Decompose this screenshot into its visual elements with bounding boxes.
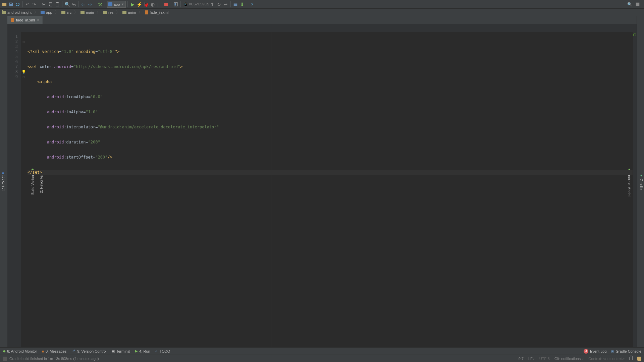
crumb-module[interactable]: app〉	[41, 10, 58, 15]
tool-messages[interactable]: ■0: Messages	[42, 349, 66, 353]
save-icon[interactable]	[8, 1, 14, 7]
layout-inspector-icon[interactable]	[173, 1, 179, 7]
search-icon[interactable]: 🔍	[627, 1, 633, 7]
intention-bulb-icon[interactable]: 💡	[21, 69, 26, 74]
tool-project[interactable]: 1: Project	[0, 171, 6, 192]
status-bar: Gradle build finished in 1m 13s 808ms (4…	[0, 355, 644, 362]
error-stripe[interactable]	[633, 32, 637, 347]
build-icon[interactable]: ⚒	[97, 1, 103, 7]
settings-icon[interactable]	[635, 1, 641, 7]
svg-rect-9	[234, 3, 237, 3]
attach-icon[interactable]: ⬚	[156, 1, 162, 7]
gradle-dot-icon: ●	[639, 173, 643, 177]
run-icon: ▶	[135, 349, 138, 353]
crumb-file[interactable]: fade_in.xml	[145, 10, 168, 14]
paste-icon[interactable]	[54, 1, 60, 7]
crumb-anim[interactable]: anim〉	[122, 10, 142, 15]
inspection-ok-icon	[633, 34, 636, 36]
editor-header	[7, 24, 637, 32]
xml-file-icon	[145, 10, 148, 14]
context[interactable]: Context: <no context>	[588, 357, 625, 361]
structure-icon[interactable]	[232, 1, 238, 7]
editor-zone: fade_in.xml × 1 2 3 4 5 6 7 8 9 ⊟ 💡 ⊟	[7, 16, 637, 347]
vcs-commit-icon[interactable]: VCS	[203, 1, 209, 7]
fold-gutter: ⊟ 💡 ⊟	[21, 32, 26, 347]
sync-icon[interactable]	[15, 1, 21, 7]
vcs-push-icon[interactable]: ⬆	[209, 1, 215, 7]
tool-run[interactable]: ▶4: Run	[135, 349, 150, 353]
crumb-project[interactable]: android-insight〉	[2, 10, 38, 15]
line-separator[interactable]: LF÷	[528, 357, 535, 361]
module-icon	[41, 11, 45, 14]
avd-manager-icon[interactable]: 📱	[182, 1, 189, 7]
svg-point-5	[72, 3, 74, 4]
svg-point-6	[74, 4, 75, 6]
gradle-console-icon: ▣	[611, 349, 614, 353]
crumb-res[interactable]: res〉	[103, 10, 120, 15]
help-icon[interactable]: ?	[249, 1, 255, 7]
code-editor[interactable]: <?xml version="1.0" encoding="utf-8"?> <…	[26, 32, 633, 347]
module-icon	[108, 2, 112, 6]
fold-end-icon[interactable]: ⊟	[21, 74, 26, 79]
caret-position[interactable]: 9:7	[519, 357, 524, 361]
navigation-bar: android-insight〉 app〉 src〉 main〉 res〉 an…	[0, 9, 644, 16]
folder-icon	[61, 11, 65, 14]
folder-icon	[122, 11, 126, 14]
close-icon[interactable]: ×	[37, 18, 39, 22]
back-icon[interactable]: ⇦	[80, 1, 87, 7]
lock-icon[interactable]	[629, 357, 633, 360]
status-message: Gradle build finished in 1m 13s 808ms (4…	[9, 357, 99, 361]
svg-rect-4	[56, 2, 58, 3]
git-branch[interactable]: Git: notifications ÷	[554, 357, 584, 361]
file-encoding[interactable]: UTF-8	[539, 357, 550, 361]
sdk-manager-icon[interactable]: ⬇	[239, 1, 245, 7]
tool-gradle-console[interactable]: ▣Gradle Console	[611, 349, 641, 353]
stop-icon[interactable]	[163, 1, 169, 7]
redo-icon[interactable]: ↷	[31, 1, 37, 7]
main-toolbar: ↶ ↷ ✂ 🔍 ⇦ ⇨ ⚒ app ▼ ▶ ⚡ 🐞 ◐ ⬚ 📱 VCS VCS …	[0, 0, 644, 9]
apply-changes-icon[interactable]: ⚡	[136, 1, 142, 7]
event-badge: 3	[584, 349, 588, 354]
vcs-history-icon[interactable]: ↻	[216, 1, 222, 7]
tool-android-monitor[interactable]: ◆6: Android Monitor	[3, 349, 37, 353]
run-icon[interactable]: ▶	[129, 1, 136, 7]
copy-icon[interactable]	[48, 1, 54, 7]
crumb-main[interactable]: main〉	[80, 10, 100, 15]
tool-todo[interactable]: ✓TODO	[155, 349, 170, 353]
fold-start-icon[interactable]: ⊟	[21, 39, 26, 44]
crumb-src[interactable]: src〉	[61, 10, 78, 15]
tool-terminal[interactable]: ▣Terminal	[111, 349, 130, 353]
left-tool-stripe: 1: Project 7: Structure Captures Build V…	[0, 16, 7, 347]
open-icon[interactable]	[1, 1, 7, 7]
tool-event-log[interactable]: 3Event Log	[584, 349, 607, 354]
profile-icon[interactable]: ◐	[150, 1, 156, 7]
tool-version-control[interactable]: ⎇9: Version Control	[71, 349, 106, 353]
cut-icon[interactable]: ✂	[41, 1, 47, 7]
svg-rect-2	[50, 3, 52, 6]
replace-icon[interactable]	[71, 1, 77, 7]
terminal-icon: ▣	[111, 349, 115, 353]
vcs-icon[interactable]: VCS	[189, 1, 195, 7]
debug-icon[interactable]: 🐞	[143, 1, 149, 7]
svg-rect-8	[175, 3, 176, 5]
editor-tabs: fade_in.xml ×	[7, 16, 637, 24]
right-tool-stripe: ●Gradle ●Android Model	[637, 16, 644, 347]
hector-icon[interactable]	[637, 357, 641, 361]
find-icon[interactable]: 🔍	[64, 1, 70, 7]
vcs-revert-icon[interactable]: ↩	[223, 1, 229, 7]
project-icon	[2, 11, 6, 14]
undo-icon[interactable]: ↶	[24, 1, 31, 7]
status-info-icon[interactable]	[3, 357, 7, 361]
svg-rect-12	[636, 2, 640, 6]
tool-gradle[interactable]: ●Gradle	[639, 172, 644, 191]
todo-icon: ✓	[155, 349, 158, 353]
run-config-selector[interactable]: app ▼	[107, 1, 126, 8]
dropdown-icon: ▼	[121, 3, 124, 6]
editor-tab-fade-in[interactable]: fade_in.xml ×	[7, 16, 43, 24]
svg-rect-0	[10, 3, 12, 4]
android-icon: ◆	[3, 349, 5, 353]
forward-icon[interactable]: ⇨	[87, 1, 93, 7]
vcs-update-icon[interactable]: VCS	[196, 1, 202, 7]
xml-file-icon	[11, 18, 14, 22]
folder-icon	[80, 11, 85, 14]
